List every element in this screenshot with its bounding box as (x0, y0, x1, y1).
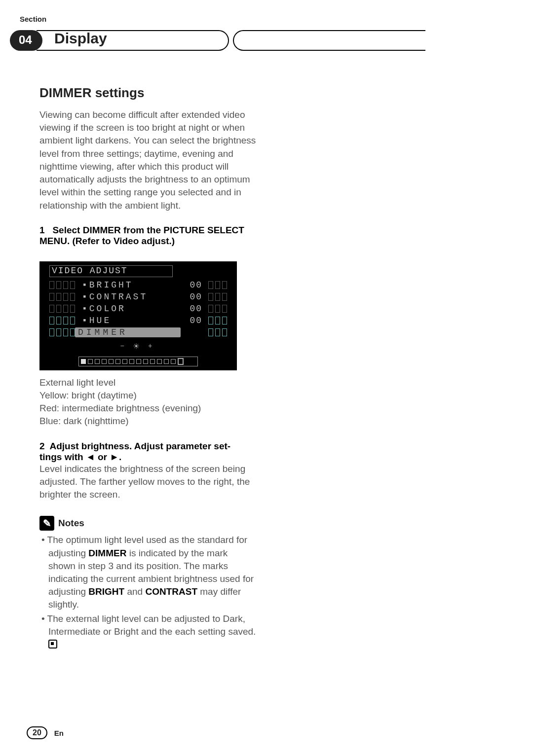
step-2: 2 Adjust brightness. Adjust parameter se… (39, 441, 257, 463)
notes-header: ✎ Notes (39, 516, 257, 531)
slider-minus-icon: − (120, 342, 128, 350)
slider-plus-icon: + (148, 342, 156, 350)
legend-block: External light level Yellow: bright (day… (39, 376, 257, 428)
video-adjust-menu: VIDEO ADJUST ▪BRIGHT 00 ▪CONTRAST 00 ▪CO… (39, 261, 237, 370)
section-label: Section (20, 15, 513, 23)
note-item: • The external light level can be adjust… (39, 612, 257, 651)
chapter-number: 04 (19, 33, 32, 47)
page-number: 20 (27, 726, 47, 739)
end-mark-icon (48, 640, 57, 648)
menu-row-bright: ▪BRIGHT 00 (39, 279, 237, 291)
notes-list: • The optimum light level used as the st… (39, 534, 257, 651)
menu-title: VIDEO ADJUST (49, 265, 173, 277)
step-2-body: Level indicates the brightness of the sc… (39, 463, 257, 502)
page-footer: 20 En (27, 726, 64, 739)
chapter-title: Display (54, 30, 107, 47)
page-language: En (54, 729, 64, 737)
step-1: 1 Select DIMMER from the PICTURE SELECT … (39, 225, 257, 247)
menu-row-dimmer: DIMMER (39, 326, 237, 338)
page-heading: DIMMER settings (39, 85, 257, 101)
menu-row-hue: ▪HUE 00 (39, 315, 237, 326)
menu-row-color: ▪COLOR 00 (39, 303, 237, 315)
slider-sun-icon: ☀ (133, 340, 143, 353)
note-item: • The optimum light level used as the st… (39, 534, 257, 611)
chapter-header: 04 Display (0, 25, 533, 53)
intro-paragraph: Viewing can become difficult after exten… (39, 108, 257, 212)
menu-row-contrast: ▪CONTRAST 00 (39, 291, 237, 303)
brightness-level-bar (78, 357, 198, 366)
notes-icon: ✎ (39, 516, 54, 531)
